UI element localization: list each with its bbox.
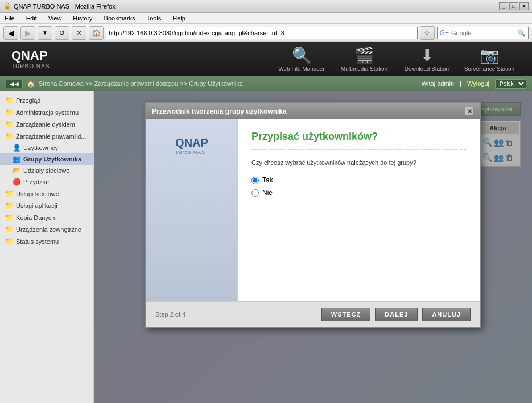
share-icon: 📂 [13, 167, 21, 175]
sidebar-toggle-button[interactable]: ◀◀ [6, 80, 23, 88]
dialog-close-button[interactable]: ✕ [465, 107, 474, 116]
sidebar-item-external[interactable]: 📁 Urządzenia zewnętrzne [0, 223, 93, 235]
folder-icon: 📁 [5, 225, 14, 234]
sidebar-label-app: Usługi aplikacji [16, 202, 57, 209]
minimize-button[interactable]: _ [499, 2, 508, 10]
dialog-logo: QNAP Turbo NAS [175, 136, 208, 155]
sidebar-item-status[interactable]: 📁 Status systemu [0, 235, 93, 247]
menu-tools[interactable]: Tools [145, 14, 164, 23]
home-button[interactable]: 🏠 [89, 26, 104, 40]
dialog-titlebar: Przewodnik tworzenia grupy użytkownika ✕ [146, 103, 480, 119]
sidebar-item-disk[interactable]: 📁 Zarządzanie dyskiem [0, 118, 93, 130]
window-controls[interactable]: _ □ ✕ [499, 2, 529, 10]
dialog-title: Przewodnik tworzenia grupy użytkownika [152, 107, 287, 115]
surveillance-icon: 📷 [480, 46, 500, 65]
next-button[interactable]: DALEJ [375, 308, 418, 321]
sidebar-label-access: Zarządzanie prawami d... [16, 133, 86, 140]
modal-overlay: Przewodnik tworzenia grupy użytkownika ✕… [94, 91, 532, 403]
sidebar: 📁 Przegląd 📁 Administracja systemu 📁 Zar… [0, 91, 94, 403]
sidebar-item-backup[interactable]: 📁 Kopia Danych [0, 211, 93, 223]
forward-button[interactable]: ▶ [20, 26, 35, 40]
search-input[interactable] [449, 27, 517, 39]
sidebar-item-app-services[interactable]: 📁 Usługi aplikacji [0, 200, 93, 211]
sidebar-item-admin[interactable]: 📁 Administracja systemu [0, 106, 93, 118]
logout-link[interactable]: Wyloguj [467, 80, 489, 87]
sidebar-label-network: Usługi sieciowe [16, 190, 59, 197]
sidebar-label-overview: Przegląd [16, 97, 40, 104]
folder-icon: 📁 [5, 132, 14, 140]
top-nav-icons: 🔍 Web File Manager 🎬 Multimedia Station … [270, 42, 521, 77]
sidebar-item-groups[interactable]: 👥 Grupy Użytkownika [0, 153, 93, 165]
sidebar-label-disk: Zarządzanie dyskiem [16, 121, 75, 128]
sidebar-item-assign[interactable]: 🔴 Przydział [0, 176, 93, 188]
address-bar[interactable] [106, 27, 418, 39]
separator: | [460, 80, 461, 87]
folder-icon: 📁 [5, 201, 14, 210]
cancel-button[interactable]: ANULUJ [422, 308, 471, 321]
stop-button[interactable]: ✕ [72, 26, 86, 40]
radio-no[interactable] [251, 189, 259, 197]
close-window-button[interactable]: ✕ [519, 2, 529, 10]
user-icon: 👤 [13, 144, 21, 152]
search-go-icon[interactable]: 🔍 [517, 29, 526, 37]
sidebar-item-overview[interactable]: 📁 Przegląd [0, 94, 93, 106]
bookmark-star[interactable]: ☆ [420, 26, 435, 40]
sidebar-item-users[interactable]: 👤 Użytkownicy [0, 142, 93, 153]
back-button[interactable]: WSTECZ [321, 308, 370, 321]
refresh-button[interactable]: ↺ [55, 26, 69, 40]
sidebar-label-groups: Grupy Użytkownika [23, 156, 81, 163]
nav-multimedia-station[interactable]: 🎬 Multimedia Station [333, 42, 395, 77]
dialog-sidebar: QNAP Turbo NAS [146, 119, 237, 301]
folder-icon: 📁 [5, 213, 14, 222]
sidebar-item-shares[interactable]: 📂 Udziały sieciowe [0, 165, 93, 176]
back-button[interactable]: ◀ [3, 26, 18, 40]
home-nav-icon: 🏠 [26, 80, 35, 88]
radio-yes[interactable] [251, 177, 259, 184]
nav-surveillance-station[interactable]: 📷 Surveillance Station [458, 42, 521, 77]
dialog-footer: Step 2 of 4 WSTECZ DALEJ ANULUJ [146, 301, 480, 327]
browser-favicon: 🔒 [3, 2, 11, 10]
nav-label-download: Download Station [405, 66, 449, 72]
menu-file[interactable]: File [2, 14, 17, 23]
sidebar-label-assign: Przydział [23, 178, 49, 185]
menu-edit[interactable]: Edit [24, 14, 39, 23]
nav-label-multimedia: Multimedia Station [341, 66, 387, 72]
sidebar-label-backup: Kopia Danych [16, 214, 55, 221]
welcome-text: Witaj admin [422, 80, 454, 87]
sidebar-label-admin: Administracja systemu [16, 109, 79, 116]
multimedia-icon: 🎬 [354, 46, 374, 65]
language-select[interactable]: Polski [495, 79, 526, 89]
menu-view[interactable]: View [46, 14, 64, 23]
folder-icon: 📁 [5, 189, 14, 198]
radio-no-label[interactable]: Nie [251, 189, 466, 197]
breadcrumb-left: ◀◀ 🏠 Strona Domowa >> Zarządzanie prawam… [6, 80, 422, 88]
split-back[interactable]: ▼ [38, 26, 52, 40]
sidebar-label-status: Status systemu [16, 238, 59, 245]
app-container: QNAP TURBO NAS 🔍 Web File Manager 🎬 Mult… [0, 42, 532, 403]
nav-download-station[interactable]: ⬇ Download Station [395, 42, 458, 77]
nav-web-file-manager[interactable]: 🔍 Web File Manager [270, 42, 333, 77]
breadcrumb-bar: ◀◀ 🏠 Strona Domowa >> Zarządzanie prawam… [0, 76, 532, 91]
sidebar-label-external: Urządzenia zewnętrzne [16, 226, 81, 233]
step-info: Step 2 of 4 [155, 311, 185, 318]
dialog-content: Przypisać użytkowników? Czy chcesz wybra… [237, 119, 480, 301]
menu-help[interactable]: Help [170, 14, 188, 23]
browser-titlebar: 🔒 QNAP TURBO NAS - Mozilla Firefox _ □ ✕ [0, 0, 532, 13]
sidebar-label-shares: Udziały sieciowe [23, 167, 69, 174]
main-area: 📁 Przegląd 📁 Administracja systemu 📁 Zar… [0, 91, 532, 403]
menu-bookmarks[interactable]: Bookmarks [102, 14, 138, 23]
dialog-question: Przypisać użytkowników? [251, 131, 466, 150]
dialog-buttons: WSTECZ DALEJ ANULUJ [321, 308, 471, 321]
sidebar-item-access-mgmt[interactable]: 📁 Zarządzanie prawami d... [0, 130, 93, 142]
dialog: Przewodnik tworzenia grupy użytkownika ✕… [145, 102, 481, 328]
menu-history[interactable]: History [71, 14, 94, 23]
sidebar-item-network-services[interactable]: 📁 Usługi sieciowe [0, 188, 93, 200]
maximize-button[interactable]: □ [509, 2, 518, 10]
group-icon: 👥 [13, 155, 21, 163]
sidebar-label-users: Użytkownicy [23, 144, 58, 151]
folder-icon: 📁 [5, 237, 14, 246]
browser-toolbar: ◀ ▶ ▼ ↺ ✕ 🏠 ☆ G+ 🔍 [0, 24, 532, 42]
radio-yes-label[interactable]: Tak [251, 176, 466, 184]
content-background: Dodaj grupę użytkownika Akcja 🔍 👥 [94, 91, 532, 403]
browser-title: QNAP TURBO NAS - Mozilla Firefox [14, 3, 499, 10]
